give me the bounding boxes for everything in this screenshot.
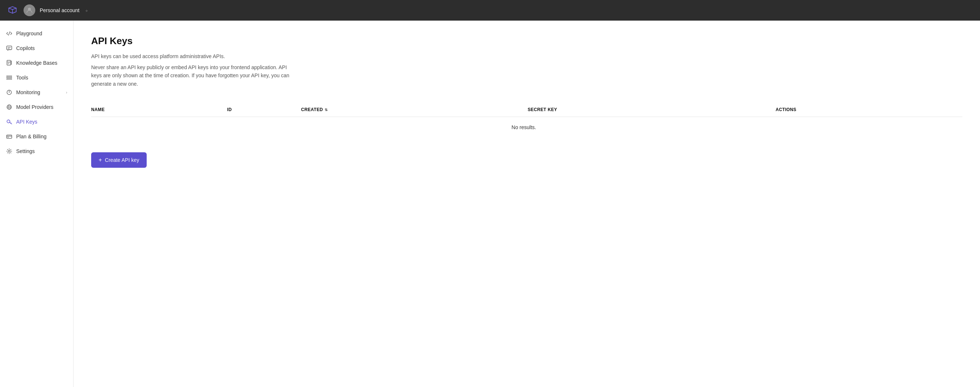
- account-name: Personal account: [40, 7, 80, 13]
- sidebar-item-monitoring[interactable]: Monitoring ›: [0, 85, 73, 99]
- tools-icon: [6, 74, 13, 81]
- sidebar-item-api-keys[interactable]: API Keys: [0, 115, 73, 129]
- sidebar-item-copilots-label: Copilots: [16, 45, 67, 51]
- settings-icon: [6, 148, 13, 155]
- svg-point-25: [8, 150, 10, 152]
- chevron-icon[interactable]: ⬦: [85, 8, 88, 13]
- create-api-key-label: Create API key: [105, 157, 139, 163]
- svg-rect-10: [6, 76, 12, 77]
- top-header: Personal account ⬦: [0, 0, 980, 21]
- card-icon: [6, 133, 13, 140]
- main-layout: Playground Copilots: [0, 21, 980, 387]
- sidebar-item-knowledge-bases[interactable]: Knowledge Bases: [0, 56, 73, 70]
- svg-rect-12: [6, 79, 12, 80]
- create-api-key-button[interactable]: + Create API key: [91, 152, 147, 168]
- sidebar-item-knowledge-bases-label: Knowledge Bases: [16, 60, 67, 66]
- table-empty-row: No results.: [91, 117, 963, 138]
- col-header-actions: ACTIONS: [776, 102, 963, 117]
- chat-icon: [6, 45, 13, 51]
- sidebar-item-model-providers[interactable]: Model Providers: [0, 100, 73, 114]
- col-header-id: ID: [227, 102, 301, 117]
- page-description-1: API keys can be used access platform adm…: [91, 53, 963, 60]
- code-icon: [6, 30, 13, 37]
- key-icon: [6, 118, 13, 125]
- sidebar-item-tools[interactable]: Tools: [0, 70, 73, 85]
- main-content: API Keys API keys can be used access pla…: [73, 21, 980, 387]
- chevron-right-icon: ›: [66, 90, 67, 94]
- no-results-message: No results.: [91, 117, 963, 138]
- svg-rect-2: [6, 46, 12, 50]
- svg-rect-22: [6, 135, 12, 138]
- sidebar-item-plan-billing-label: Plan & Billing: [16, 134, 67, 139]
- sidebar-item-monitoring-label: Monitoring: [16, 90, 62, 95]
- monitor-icon: [6, 89, 13, 96]
- svg-rect-11: [6, 77, 12, 78]
- svg-line-21: [11, 123, 11, 123]
- sidebar-item-tools-label: Tools: [16, 75, 67, 81]
- logo-icon[interactable]: [6, 4, 19, 17]
- sidebar-item-model-providers-label: Model Providers: [16, 104, 67, 110]
- col-header-secret-key: SECRET KEY: [528, 102, 776, 117]
- col-header-created[interactable]: CREATED ⇅: [301, 102, 528, 117]
- globe-icon: [6, 104, 13, 110]
- svg-point-15: [9, 92, 10, 93]
- sidebar-item-copilots[interactable]: Copilots: [0, 41, 73, 55]
- sidebar-item-settings-label: Settings: [16, 148, 67, 154]
- sidebar-item-playground[interactable]: Playground: [0, 27, 73, 40]
- col-header-name: NAME: [91, 102, 227, 117]
- page-title: API Keys: [91, 35, 963, 47]
- avatar: [24, 5, 35, 16]
- page-description-2: Never share an API key publicly or embed…: [91, 63, 297, 88]
- sidebar-item-settings[interactable]: Settings: [0, 144, 73, 158]
- sort-icon: ⇅: [325, 108, 328, 112]
- sidebar-item-playground-label: Playground: [16, 30, 67, 37]
- svg-line-1: [8, 32, 10, 35]
- api-keys-table: NAME ID CREATED ⇅ SECRET KEY: [91, 102, 963, 138]
- sidebar: Playground Copilots: [0, 21, 73, 387]
- book-icon: [6, 59, 13, 66]
- sidebar-item-plan-billing[interactable]: Plan & Billing: [0, 130, 73, 144]
- plus-icon: +: [99, 157, 102, 163]
- svg-rect-24: [7, 137, 9, 138]
- sidebar-item-api-keys-label: API Keys: [16, 119, 67, 125]
